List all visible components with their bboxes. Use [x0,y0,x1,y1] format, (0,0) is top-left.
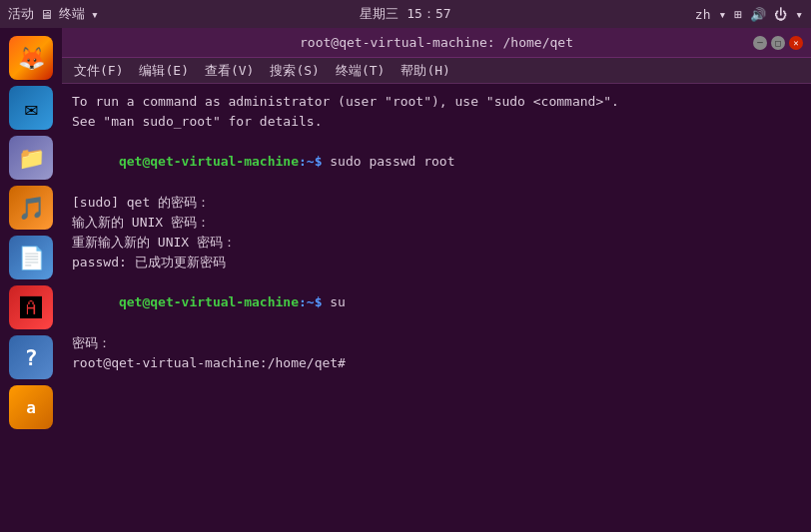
mail-icon: ✉ [24,96,37,121]
sidebar-item-amazon[interactable]: a [9,385,53,429]
top-bar-left: 活动 🖥 终端 ▾ [8,5,99,23]
network-icon: ⊞ [734,7,742,22]
window-title: root@qet-virtual-machine: /home/qet [120,35,753,50]
sidebar: 🦊 ✉ 📁 🎵 📄 🅰 ? a [0,28,62,532]
appstore-icon: 🅰 [20,295,42,320]
menu-terminal[interactable]: 终端(T) [330,60,391,82]
sidebar-item-files[interactable]: 📁 [9,136,53,180]
output-line-5: 重新输入新的 UNIX 密码： [72,233,801,253]
prompt-path-2: :~$ [299,294,322,309]
files-icon: 📁 [18,146,45,171]
power-dropdown-arrow[interactable]: ▾ [795,7,803,22]
window-controls: ─ □ ✕ [753,36,803,50]
sidebar-item-sound[interactable]: 🎵 [9,186,53,230]
terminal-titlebar: root@qet-virtual-machine: /home/qet ─ □ … [62,28,811,58]
sound-icon: 🎵 [18,196,45,221]
amazon-icon: a [26,398,36,417]
output-line-7: 密码： [72,333,801,353]
help-icon: ? [24,345,37,370]
prompt-path-1: :~$ [299,154,322,169]
minimize-button[interactable]: ─ [753,36,767,50]
output-line-2: See "man sudo_root" for details. [72,112,801,132]
output-line-3: [sudo] qet 的密码： [72,193,801,213]
top-bar: 活动 🖥 终端 ▾ 星期三 15：57 zh ▾ ⊞ 🔊 ⏻ ▾ [0,0,811,28]
activities-button[interactable]: 活动 [8,5,34,23]
menu-edit[interactable]: 编辑(E) [133,60,194,82]
terminal-dropdown-arrow[interactable]: ▾ [91,7,99,22]
cmd-2: su [322,294,345,309]
output-line-4: 输入新的 UNIX 密码： [72,213,801,233]
top-bar-right: zh ▾ ⊞ 🔊 ⏻ ▾ [695,7,803,22]
lang-dropdown-arrow[interactable]: ▾ [719,7,727,22]
root-prompt: root@qet-virtual-machine:/home/qet# [72,353,801,373]
firefox-icon: 🦊 [18,46,45,71]
prompt-user-2: qet@qet-virtual-machine [119,294,299,309]
prompt-user-1: qet@qet-virtual-machine [119,154,299,169]
sidebar-item-help[interactable]: ? [9,335,53,379]
sidebar-item-mail[interactable]: ✉ [9,86,53,130]
command-line-1: qet@qet-virtual-machine:~$ sudo passwd r… [72,132,801,192]
menu-search[interactable]: 搜索(S) [264,60,325,82]
writer-icon: 📄 [18,246,45,270]
terminal-taskbar-label[interactable]: 终端 [59,5,85,23]
menu-bar: 文件(F) 编辑(E) 查看(V) 搜索(S) 终端(T) 帮助(H) [62,58,811,84]
menu-file[interactable]: 文件(F) [68,60,129,82]
terminal-window: root@qet-virtual-machine: /home/qet ─ □ … [62,28,811,532]
terminal-taskbar-icon: 🖥 [40,7,53,22]
output-line-6: passwd: 已成功更新密码 [72,253,801,272]
terminal-content[interactable]: To run a command as administrator (user … [62,84,811,532]
command-line-2: qet@qet-virtual-machine:~$ su [72,272,801,332]
sidebar-item-appstore[interactable]: 🅰 [9,285,53,329]
lang-indicator[interactable]: zh [695,7,711,22]
maximize-button[interactable]: □ [771,36,785,50]
sidebar-item-firefox[interactable]: 🦊 [9,36,53,80]
volume-icon: 🔊 [750,7,766,22]
sidebar-item-writer[interactable]: 📄 [9,236,53,279]
output-line-1: To run a command as administrator (user … [72,92,801,112]
close-button[interactable]: ✕ [789,36,803,50]
menu-view[interactable]: 查看(V) [199,60,260,82]
cmd-1: sudo passwd root [322,154,454,169]
power-icon[interactable]: ⏻ [774,7,787,22]
menu-help[interactable]: 帮助(H) [395,60,455,82]
top-bar-datetime: 星期三 15：57 [360,5,450,23]
